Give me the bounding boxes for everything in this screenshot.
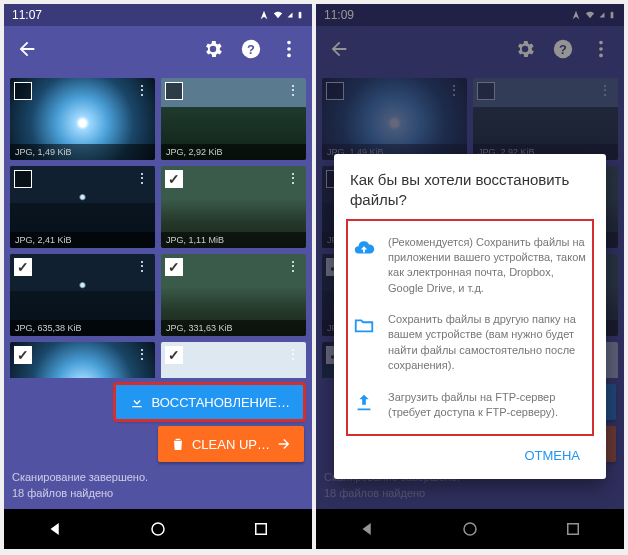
checkbox[interactable]: ✓	[165, 258, 183, 276]
image-thumb[interactable]: ✓ ⋮ JPG, 926,85 KiB	[161, 342, 306, 378]
image-thumb[interactable]: ⋮ JPG, 2,92 KiB	[161, 78, 306, 160]
upload-icon	[352, 390, 376, 414]
restore-dialog: Как бы вы хотели восстановить файлы? (Ре…	[334, 154, 606, 479]
status-time: 11:07	[12, 8, 42, 22]
thumb-overflow[interactable]: ⋮	[131, 80, 153, 100]
svg-point-2	[287, 41, 291, 45]
thumb-caption: JPG, 1,11 MiB	[161, 232, 306, 248]
option-text: (Рекомендуется) Сохранить файлы на прило…	[388, 235, 588, 297]
checkbox[interactable]	[14, 82, 32, 100]
checkbox[interactable]: ✓	[14, 346, 32, 364]
thumb-overflow[interactable]: ⋮	[282, 344, 304, 364]
image-thumb[interactable]: ✓ ⋮ JPG, 635,38 KiB	[10, 254, 155, 336]
files-found-text: 18 файлов найдено	[12, 486, 304, 501]
nav-home[interactable]	[149, 520, 167, 538]
dialog-overlay[interactable]: Как бы вы хотели восстановить файлы? (Ре…	[316, 4, 624, 549]
thumb-caption: JPG, 2,92 KiB	[161, 144, 306, 160]
overflow-button[interactable]	[270, 30, 308, 68]
thumb-caption: JPG, 635,38 KiB	[10, 320, 155, 336]
bottom-panel: ВОССТАНОВЛЕНИЕ… CLEAN UP… Сканирование з…	[4, 378, 312, 509]
app-bar: ?	[4, 26, 312, 72]
scan-status: Сканирование завершено. 18 файлов найден…	[12, 470, 304, 501]
dialog-option[interactable]: Загрузить файлы на FTP-сервер (требует д…	[350, 382, 590, 429]
battery-icon	[296, 9, 304, 21]
wifi-icon	[272, 10, 284, 20]
cleanup-button[interactable]: CLEAN UP…	[158, 426, 304, 462]
checkbox[interactable]: ✓	[165, 346, 183, 364]
dialog-cancel-button[interactable]: ОТМЕНА	[514, 440, 590, 471]
svg-text:?: ?	[247, 42, 255, 57]
dialog-actions: ОТМЕНА	[350, 440, 590, 471]
checkbox[interactable]: ✓	[14, 258, 32, 276]
image-thumb[interactable]: ⋮ JPG, 2,41 KiB	[10, 166, 155, 248]
dialog-options: (Рекомендуется) Сохранить файлы на прило…	[350, 223, 590, 433]
dialog-title: Как бы вы хотели восстановить файлы?	[350, 170, 590, 211]
image-thumb[interactable]: ✓ ⋮ JPG, 418,05 KiB	[10, 342, 155, 378]
thumb-overflow[interactable]: ⋮	[282, 168, 304, 188]
thumb-overflow[interactable]: ⋮	[282, 256, 304, 276]
folder-icon	[352, 312, 376, 336]
status-bar: 11:07	[4, 4, 312, 26]
restore-label: ВОССТАНОВЛЕНИЕ…	[151, 395, 290, 410]
dialog-option[interactable]: Сохранить файлы в другую папку на вашем …	[350, 304, 590, 382]
thumb-caption: JPG, 1,49 KiB	[10, 144, 155, 160]
cloud-upload-icon	[352, 235, 376, 259]
option-text: Загрузить файлы на FTP-сервер (требует д…	[388, 390, 588, 421]
thumb-overflow[interactable]: ⋮	[131, 256, 153, 276]
phone-left: 11:07 ? ⋮ JPG, 1,49 KiB ⋮ JPG, 2,92 KiB …	[4, 4, 312, 549]
signal-icon	[287, 10, 293, 20]
image-thumb[interactable]: ✓ ⋮ JPG, 1,11 MiB	[161, 166, 306, 248]
checkbox[interactable]	[14, 170, 32, 188]
cleanup-label: CLEAN UP…	[192, 437, 270, 452]
image-thumb[interactable]: ⋮ JPG, 1,49 KiB	[10, 78, 155, 160]
svg-point-5	[152, 523, 164, 535]
arrow-right-icon	[276, 436, 292, 452]
thumb-caption: JPG, 331,63 KiB	[161, 320, 306, 336]
thumb-caption: JPG, 2,41 KiB	[10, 232, 155, 248]
thumb-overflow[interactable]: ⋮	[131, 168, 153, 188]
thumb-overflow[interactable]: ⋮	[131, 344, 153, 364]
option-text: Сохранить файлы в другую папку на вашем …	[388, 312, 588, 374]
image-thumb[interactable]: ✓ ⋮ JPG, 331,63 KiB	[161, 254, 306, 336]
checkbox[interactable]	[165, 82, 183, 100]
dialog-option[interactable]: (Рекомендуется) Сохранить файлы на прило…	[350, 227, 590, 305]
svg-point-3	[287, 47, 291, 51]
settings-button[interactable]	[194, 30, 232, 68]
status-icons	[259, 9, 304, 21]
restore-button[interactable]: ВОССТАНОВЛЕНИЕ…	[115, 384, 304, 420]
help-button[interactable]: ?	[232, 30, 270, 68]
image-grid-left: ⋮ JPG, 1,49 KiB ⋮ JPG, 2,92 KiB ⋮ JPG, 2…	[4, 72, 312, 378]
nav-bar	[4, 509, 312, 549]
trash-icon	[170, 436, 186, 452]
scan-done-text: Сканирование завершено.	[12, 470, 304, 485]
download-icon	[129, 394, 145, 410]
svg-point-4	[287, 54, 291, 58]
nav-back[interactable]	[46, 520, 64, 538]
nav-recent[interactable]	[252, 520, 270, 538]
checkbox[interactable]: ✓	[165, 170, 183, 188]
thumb-overflow[interactable]: ⋮	[282, 80, 304, 100]
back-button[interactable]	[8, 30, 46, 68]
phone-right: 11:09 ? ⋮ JPG, 1,49 KiB ⋮ JPG, 2,92 KiB …	[316, 4, 624, 549]
svg-rect-6	[255, 524, 266, 535]
location-icon	[259, 10, 269, 20]
